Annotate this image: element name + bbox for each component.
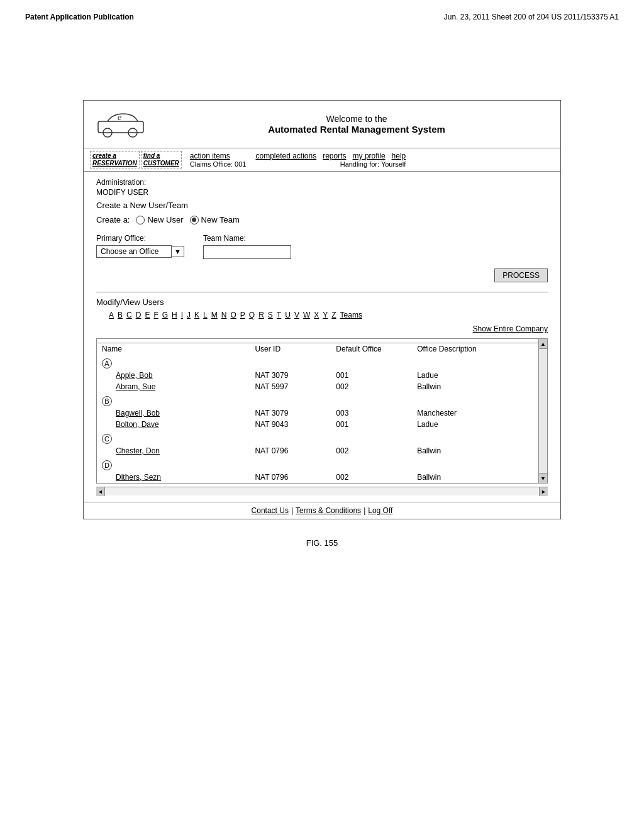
label-name: Name (97, 343, 250, 355)
table-row: Chester, DonNAT 0796002Ballwin (97, 445, 547, 456)
new-user-radio[interactable] (136, 216, 145, 224)
user-id-cell: NAT 3079 (250, 370, 331, 381)
alpha-link-c[interactable]: C (126, 311, 132, 319)
label-default-office: Default Office (331, 343, 412, 355)
primary-office-group: Primary Office: Choose an Office ▼ (96, 234, 184, 258)
alpha-link-j[interactable]: J (187, 311, 191, 319)
find-customer-link[interactable]: find aCUSTOMER (141, 151, 182, 169)
alpha-link-s[interactable]: S (268, 311, 273, 319)
group-indicator-row: B (97, 392, 547, 407)
svg-text:e: e (118, 113, 121, 122)
user-name-link[interactable]: Chester, Don (116, 446, 160, 455)
new-user-option[interactable]: New User (136, 215, 183, 224)
h-scroll-left-button[interactable]: ◄ (96, 487, 105, 496)
primary-office-label: Primary Office: (96, 234, 184, 243)
label-userid: User ID (250, 343, 331, 355)
scroll-down-button[interactable]: ▼ (539, 473, 547, 483)
alpha-link-l[interactable]: L (203, 311, 208, 319)
user-name-link[interactable]: Dithers, Sezn (116, 473, 161, 482)
alpha-link-o[interactable]: O (230, 311, 236, 319)
nav-left: create aRESERVATION find aCUSTOMER (90, 151, 182, 169)
table-row: Apple, BobNAT 3079001Ladue (97, 370, 547, 381)
alpha-link-k[interactable]: K (194, 311, 199, 319)
team-name-group: Team Name: (203, 234, 291, 259)
office-desc-cell: Ladue (412, 370, 547, 381)
alpha-link-n[interactable]: N (221, 311, 227, 319)
completed-actions-link[interactable]: completed actions (255, 152, 316, 160)
action-items-link[interactable]: action items (190, 152, 247, 160)
user-id-cell: NAT 3079 (250, 407, 331, 419)
office-desc-cell: Ballwin (412, 381, 547, 392)
scroll-up-button[interactable]: ▲ (539, 339, 547, 349)
logo-area: e (93, 107, 150, 141)
app-body: Administration: MODIFY USER Create a New… (84, 172, 560, 502)
admin-title: Administration: (96, 178, 548, 187)
table-row: Bolton, DaveNAT 9043001Ladue (97, 419, 547, 430)
alpha-link-i[interactable]: I (181, 311, 183, 319)
welcome-line2: Automated Rental Management System (162, 124, 551, 135)
alpha-link-r[interactable]: R (258, 311, 264, 319)
alpha-link-h[interactable]: H (172, 311, 177, 319)
app-header: e Welcome to the Automated Rental Manage… (84, 101, 560, 148)
new-team-radio[interactable] (190, 216, 199, 224)
alpha-link-t[interactable]: T (277, 311, 281, 319)
alpha-link-b[interactable]: B (118, 311, 123, 319)
group-indicator-row: C (97, 430, 547, 445)
office-select-row: Choose an Office ▼ (96, 245, 184, 258)
reports-link[interactable]: reports (323, 152, 346, 160)
alpha-link-d[interactable]: D (136, 311, 142, 319)
alpha-link-q[interactable]: Q (249, 311, 255, 319)
team-name-input[interactable] (203, 245, 291, 259)
alpha-link-x[interactable]: X (314, 311, 319, 319)
help-link[interactable]: help (392, 152, 406, 160)
logo-car: e (95, 108, 148, 141)
new-team-option[interactable]: New Team (190, 215, 240, 224)
new-team-label: New Team (201, 215, 240, 224)
h-scroll-track (105, 487, 539, 495)
office-label: Claims Office: 001 (190, 160, 247, 168)
alpha-link-y[interactable]: Y (323, 311, 328, 319)
process-button[interactable]: PROCESS (494, 268, 548, 282)
user-table-wrapper: Name User ID Default Office Office Descr… (96, 338, 548, 484)
create-title: Create a New User/Team (96, 201, 548, 210)
office-desc-cell: Manchester (412, 407, 547, 419)
office-select[interactable]: Choose an Office (96, 245, 172, 258)
user-name-link[interactable]: Abram, Sue (116, 382, 155, 391)
h-scroll-right-button[interactable]: ► (539, 487, 548, 496)
welcome-line1: Welcome to the (162, 114, 551, 124)
contact-us-link[interactable]: Contact Us (252, 506, 289, 515)
alpha-link-m[interactable]: M (211, 311, 218, 319)
default-office-cell: 002 (331, 445, 412, 456)
log-off-link[interactable]: Log Off (368, 506, 392, 515)
user-name-link[interactable]: Apple, Bob (116, 371, 153, 380)
create-reservation-link[interactable]: create aRESERVATION (90, 151, 140, 169)
alpha-link-z[interactable]: Z (331, 311, 336, 319)
alpha-link-u[interactable]: U (285, 311, 291, 319)
group-indicator-row: D (97, 456, 547, 472)
user-id-cell: NAT 0796 (250, 472, 331, 483)
my-profile-link[interactable]: my profile (353, 152, 386, 160)
nav-center: action items Claims Office: 001 (190, 152, 247, 168)
alpha-link-p[interactable]: P (240, 311, 245, 319)
show-company-link[interactable]: Show Entire Company (473, 324, 548, 333)
patent-header-left: Patent Application Publication (25, 13, 134, 21)
select-arrow-icon[interactable]: ▼ (172, 246, 184, 257)
table-row: Dithers, SeznNAT 0796002Ballwin (97, 472, 547, 483)
alpha-link-v[interactable]: V (294, 311, 299, 319)
alpha-link-w[interactable]: W (303, 311, 310, 319)
user-name-link[interactable]: Bolton, Dave (116, 420, 159, 429)
alpha-link-e[interactable]: E (145, 311, 150, 319)
form-row: Primary Office: Choose an Office ▼ Team … (96, 234, 548, 259)
user-id-cell: NAT 0796 (250, 445, 331, 456)
alpha-link-f[interactable]: F (153, 311, 158, 319)
office-desc-cell: Ballwin (412, 445, 547, 456)
show-company-row: Show Entire Company (96, 324, 548, 333)
user-name-link[interactable]: Bagwell, Bob (116, 409, 160, 418)
main-content: e Welcome to the Automated Rental Manage… (25, 100, 619, 548)
nav-bar: create aRESERVATION find aCUSTOMER actio… (84, 148, 560, 172)
alpha-link-a[interactable]: A (109, 311, 114, 319)
alpha-link-g[interactable]: G (162, 311, 168, 319)
alpha-link-teams[interactable]: Teams (340, 311, 362, 319)
terms-link[interactable]: Terms & Conditions (296, 506, 361, 515)
vertical-scrollbar[interactable]: ▲ ▼ (538, 339, 547, 483)
